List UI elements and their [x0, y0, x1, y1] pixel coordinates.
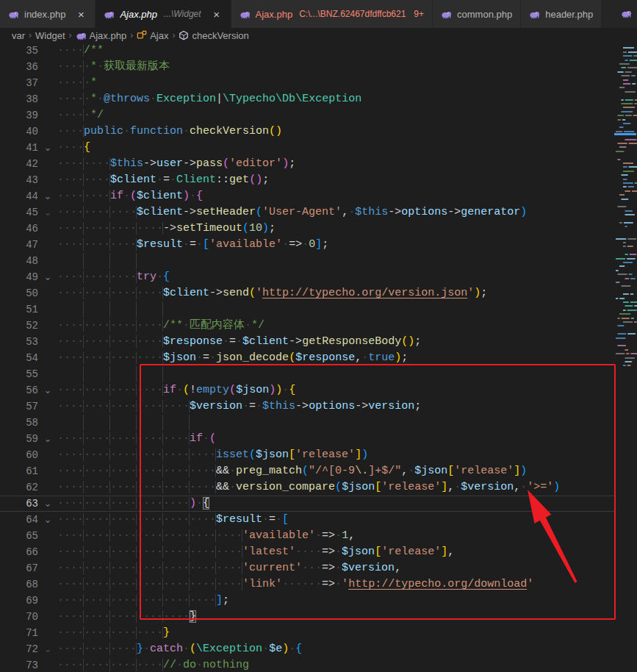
code-line-58[interactable]: 58 [0, 415, 614, 431]
token: } [163, 626, 170, 639]
code-line-68[interactable]: 68····························'link'····… [0, 576, 614, 593]
breadcrumb-item-widget[interactable]: Widget [35, 30, 65, 41]
code-line-43[interactable]: 43········$client·=·Client::get(); [0, 172, 614, 188]
code-line-71[interactable]: 71················} [0, 625, 614, 641]
token: && [216, 465, 229, 477]
code-line-64[interactable]: 64⌄························$result·=·[ [0, 512, 614, 528]
tab-index-php[interactable]: index.php× [0, 0, 96, 28]
code-line-49[interactable]: 49⌄············try·{ [0, 269, 614, 285]
line-number: 43 [0, 172, 38, 188]
fold-chevron-down-icon[interactable]: ⌄ [38, 140, 57, 156]
code-line-62[interactable]: 62························&&·version_com… [0, 479, 614, 496]
code-line-44[interactable]: 44⌄········if·($client)·{ [0, 188, 614, 204]
tab-header-php[interactable]: header.php [521, 0, 602, 28]
token: · [196, 351, 203, 364]
token: · [209, 351, 216, 364]
code-line-46[interactable]: 46················->setTimeout(10); [0, 221, 614, 237]
token: [ [447, 465, 454, 477]
token: { [84, 141, 90, 154]
code-line-41[interactable]: 41⌄····{ [0, 140, 614, 156]
php-file-icon [76, 30, 87, 41]
code-line-45[interactable]: 45⌄············$client->setHeader('User-… [0, 204, 614, 221]
code-line-65[interactable]: 65····························'available… [0, 528, 614, 544]
token: ························ [57, 594, 216, 607]
token: ( [183, 384, 190, 396]
tab-label: header.php [545, 9, 593, 20]
fold-chevron-down-icon[interactable]: ⌄ [38, 431, 57, 447]
code-line-48[interactable]: 48 [0, 253, 614, 269]
code-line-40[interactable]: 40····public·function·checkVersion() [0, 124, 614, 140]
breadcrumb-item-ajax[interactable]: Ajax [137, 30, 168, 41]
close-icon[interactable]: × [211, 8, 223, 20]
token: ( [256, 206, 262, 218]
close-icon[interactable]: × [75, 8, 87, 20]
token: $json [414, 465, 447, 477]
code-line-67[interactable]: 67····························'current'·… [0, 560, 614, 576]
code-line-73[interactable]: 73················//·do·nothing [0, 657, 614, 672]
code-line-63[interactable]: 63⌄····················)·{ [0, 496, 614, 512]
code-line-53[interactable]: 53················$response·=·$client->g… [0, 334, 614, 350]
code-line-47[interactable]: 47············$result·=·['available'·=>·… [0, 237, 614, 253]
code-line-60[interactable]: 60························isset($json['r… [0, 447, 614, 463]
code-line-56[interactable]: 56⌄················if·(!empty($json))·{ [0, 382, 614, 398]
code-line-54[interactable]: 54················$json·=·json_decode($r… [0, 350, 614, 366]
token: ]+$/" [368, 465, 401, 477]
token: * [90, 76, 97, 89]
token: [ [375, 546, 381, 558]
token: -> [163, 222, 176, 235]
fold-chevron-down-icon[interactable]: ⌄ [38, 269, 57, 285]
breadcrumb-item-checkversion[interactable]: checkVersion [179, 30, 248, 41]
code-line-70[interactable]: 70····················} [0, 609, 614, 625]
minimap[interactable] [614, 43, 637, 672]
code-line-51[interactable]: 51 [0, 301, 614, 318]
vscode-window: index.php× Ajax.php...\Widget× Ajax.phpC… [0, 0, 637, 672]
token [57, 366, 170, 382]
token: ] [355, 448, 361, 461]
fold-chevron-down-icon[interactable]: ⌄ [38, 512, 57, 528]
code-text [57, 253, 143, 269]
code-line-38[interactable]: 38·····*·@throws·Exception|\Typecho\Db\E… [0, 91, 614, 107]
code-line-57[interactable]: 57····················$version·=·$this->… [0, 398, 614, 415]
code-line-52[interactable]: 52················/**·匹配内容体·*/ [0, 318, 614, 334]
tab-ajax-php[interactable]: Ajax.php...\Widget× [96, 0, 231, 28]
breadcrumb-item-ajax-php[interactable]: Ajax.php [76, 30, 127, 41]
token: 'current' [242, 562, 302, 574]
code-line-50[interactable]: 50················$client->send('http://… [0, 285, 614, 301]
code-line-42[interactable]: 42········$this->user->pass('editor'); [0, 156, 614, 172]
token: · [262, 643, 269, 655]
code-editor[interactable]: 35····/**36·····*·获取最新版本37·····*38·····*… [0, 43, 637, 672]
editor-tab-bar: index.php× Ajax.php...\Widget× Ajax.phpC… [0, 0, 637, 28]
fold-chevron-down-icon[interactable]: ⌄ [38, 382, 57, 398]
code-line-39[interactable]: 39·····*/ [0, 107, 614, 124]
code-line-61[interactable]: 61························&&·preg_match(… [0, 463, 614, 479]
code-line-55[interactable]: 55 [0, 366, 614, 382]
tab-common-php[interactable]: common.php [433, 0, 521, 28]
token: · [196, 497, 203, 510]
overflow-tab-php-icon[interactable] [621, 8, 637, 20]
tab-label: index.php [24, 9, 65, 20]
token: options [309, 400, 355, 412]
code-line-69[interactable]: 69························]; [0, 593, 614, 609]
code-line-36[interactable]: 36·····*·获取最新版本 [0, 59, 614, 75]
token: { [203, 497, 209, 510]
code-line-72[interactable]: 72⌄············}·catch·(\Exception·$e)·{ [0, 641, 614, 657]
token: { [163, 271, 170, 283]
token: empty [196, 384, 229, 396]
code-line-35[interactable]: 35····/** [0, 43, 614, 59]
fold-chevron-down-icon[interactable]: ⌄ [38, 188, 57, 204]
code-line-66[interactable]: 66····························'latest'··… [0, 544, 614, 560]
breadcrumb-item-var[interactable]: var [12, 30, 25, 41]
token: ; [414, 400, 421, 412]
fold-chevron-down-icon[interactable]: ⌄ [38, 496, 57, 512]
token: ················ [57, 222, 163, 235]
token: true [368, 351, 395, 364]
code-line-37[interactable]: 37·····* [0, 75, 614, 91]
fold-gutter [38, 366, 57, 382]
token: , [348, 529, 355, 542]
code-text: ························&&·preg_match("/… [57, 463, 527, 479]
code-line-59[interactable]: 59⌄····················if·( [0, 431, 614, 447]
token: $json [256, 448, 289, 461]
fold-chevron-down-icon[interactable]: ⌄ [38, 204, 57, 221]
tab-ajax-php-error[interactable]: Ajax.phpC:\...\BNZ.62467dfdffcb6219+ [231, 0, 433, 28]
fold-chevron-down-icon[interactable]: ⌄ [38, 641, 57, 657]
